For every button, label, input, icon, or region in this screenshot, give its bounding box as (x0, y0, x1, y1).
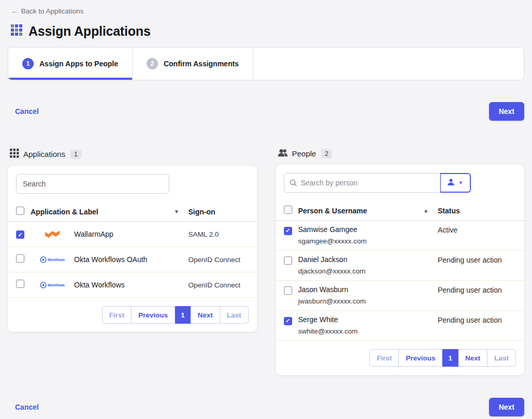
page-title: Assign Applications (28, 24, 151, 39)
people-icon (278, 149, 288, 158)
pagination-1-button[interactable]: 1 (175, 306, 191, 324)
people-search-input[interactable] (284, 173, 440, 193)
cancel-link-top[interactable]: Cancel (15, 107, 39, 115)
row-checkbox[interactable] (16, 280, 24, 288)
person-status: Active (438, 225, 516, 234)
tab-assign-apps-to-people[interactable]: 1 Assign Apps to People (8, 48, 133, 80)
person-row[interactable]: Serge White swhite@xxxxx.com Pending use… (276, 311, 525, 341)
next-button-top[interactable]: Next (489, 102, 524, 121)
pagination-first-button[interactable]: First (102, 306, 132, 324)
person-name: Samwise Gamgee (298, 225, 438, 234)
tab-label: Assign Apps to People (39, 60, 118, 68)
row-checkbox[interactable] (284, 256, 292, 265)
application-signon: SAML 2.0 (189, 230, 249, 238)
people-panel: ▼ Person & Username ▴ Status Samwise Gam… (276, 165, 525, 375)
next-button-bottom[interactable]: Next (489, 398, 524, 416)
back-arrow-icon: ← (11, 7, 18, 15)
application-name: Okta Workflows OAuth (74, 255, 147, 264)
row-checkbox[interactable] (284, 317, 292, 325)
row-checkbox[interactable] (284, 286, 292, 295)
people-count-badge: 2 (321, 149, 332, 158)
column-application-label[interactable]: Application & Label ▾ (31, 208, 189, 216)
pagination-next-button[interactable]: Next (191, 306, 220, 324)
person-status: Pending user action (438, 285, 516, 294)
applications-panel: Application & Label ▾ Sign-on WallarmApp… (8, 166, 257, 332)
app-logo-icon (31, 230, 74, 238)
tab-label: Confirm Assignments (164, 60, 239, 68)
application-name: Okta Workflows (74, 281, 125, 289)
people-pagination: FirstPrevious1NextLast (276, 341, 525, 375)
apps-grid-icon (10, 149, 19, 160)
pagination-last-button[interactable]: Last (220, 306, 249, 324)
person-status: Pending user action (438, 315, 516, 324)
person-username: djackson@xxxxx.com (298, 267, 438, 275)
person-icon (447, 178, 455, 187)
person-row[interactable]: Samwise Gamgee sgamgee@xxxxx.com Active (276, 221, 525, 251)
sort-down-icon: ▾ (175, 209, 189, 214)
step-1-badge: 1 (22, 58, 34, 69)
application-row[interactable]: Workflows Okta Workflows OpenID Connect (8, 272, 257, 298)
wallarm-logo-icon (45, 230, 60, 238)
assignment-panels: Applications 1 Application & Label ▾ Sig… (8, 149, 524, 375)
pagination-first-button[interactable]: First (369, 349, 399, 367)
people-table-header: Person & Username ▴ Status (276, 201, 525, 221)
applications-pagination: FirstPrevious1NextLast (8, 298, 257, 332)
row-checkbox[interactable] (16, 254, 24, 263)
column-status: Status (438, 207, 516, 215)
cancel-link-bottom[interactable]: Cancel (15, 403, 39, 411)
applications-select-all-checkbox[interactable] (16, 207, 24, 215)
person-status: Pending user action (438, 255, 516, 264)
okta-workflows-logo-icon: Workflows (40, 256, 65, 263)
person-name: Daniel Jackson (298, 255, 438, 264)
row-checkbox[interactable] (16, 230, 24, 239)
page-header: Assign Applications (11, 24, 524, 39)
people-section-title: People (292, 149, 317, 158)
person-username: sgamgee@xxxxx.com (298, 237, 438, 245)
tab-confirm-assignments[interactable]: 2 Confirm Assignments (133, 48, 253, 80)
top-action-row: Cancel Next (8, 102, 524, 121)
pagination-previous-button[interactable]: Previous (399, 349, 442, 367)
applications-search-input[interactable] (16, 174, 169, 194)
application-row[interactable]: WallarmApp SAML 2.0 (8, 222, 257, 247)
application-row[interactable]: Workflows Okta Workflows OAuth OpenID Co… (8, 247, 257, 272)
app-logo-icon: Workflows (31, 256, 74, 263)
person-row[interactable]: Jason Wasburn jwasburn@xxxxx.com Pending… (276, 281, 525, 311)
pagination-last-button[interactable]: Last (487, 349, 516, 367)
wizard-tab-bar: 1 Assign Apps to People 2 Confirm Assign… (8, 47, 524, 80)
people-search-area: ▼ (276, 165, 525, 201)
page: ← Back to Applications Assign Applicatio… (0, 0, 532, 419)
column-person-username[interactable]: Person & Username ▴ (298, 207, 438, 215)
chevron-down-icon: ▼ (458, 181, 463, 185)
people-select-all-checkbox[interactable] (284, 206, 292, 214)
pagination-1-button[interactable]: 1 (442, 349, 458, 367)
application-name: WallarmApp (74, 230, 113, 238)
row-checkbox[interactable] (284, 227, 292, 235)
applications-table-body: WallarmApp SAML 2.0 Workflows Okta Workf… (8, 222, 257, 298)
people-table-body: Samwise Gamgee sgamgee@xxxxx.com Active … (276, 221, 525, 341)
pagination-previous-button[interactable]: Previous (132, 306, 175, 324)
sort-up-icon: ▴ (424, 208, 438, 213)
people-column: People 2 (276, 149, 525, 375)
applications-table-header: Application & Label ▾ Sign-on (8, 202, 257, 222)
applications-section-title: Applications (23, 150, 65, 158)
person-name: Jason Wasburn (298, 285, 438, 294)
applications-count-badge: 1 (70, 150, 81, 159)
people-filter-dropdown[interactable]: ▼ (440, 173, 471, 193)
people-section-header: People 2 (278, 149, 525, 158)
person-username: jwasburn@xxxxx.com (298, 297, 438, 305)
person-row[interactable]: Daniel Jackson djackson@xxxxx.com Pendin… (276, 251, 525, 281)
person-name: Serge White (298, 315, 438, 324)
application-signon: OpenID Connect (189, 256, 249, 264)
column-signon: Sign-on (189, 208, 249, 216)
app-logo-icon: Workflows (31, 282, 74, 288)
person-username: swhite@xxxxx.com (298, 327, 438, 335)
applications-search-area (8, 166, 257, 202)
okta-workflows-logo-icon: Workflows (40, 282, 65, 288)
back-to-applications-link[interactable]: ← Back to Applications (11, 7, 83, 15)
applications-section-header: Applications 1 (10, 149, 257, 160)
applications-column: Applications 1 Application & Label ▾ Sig… (8, 149, 257, 332)
application-signon: OpenID Connect (189, 281, 249, 289)
pagination-next-button[interactable]: Next (458, 349, 487, 367)
step-2-badge: 2 (147, 58, 158, 69)
bottom-action-row: Cancel Next (8, 398, 524, 416)
